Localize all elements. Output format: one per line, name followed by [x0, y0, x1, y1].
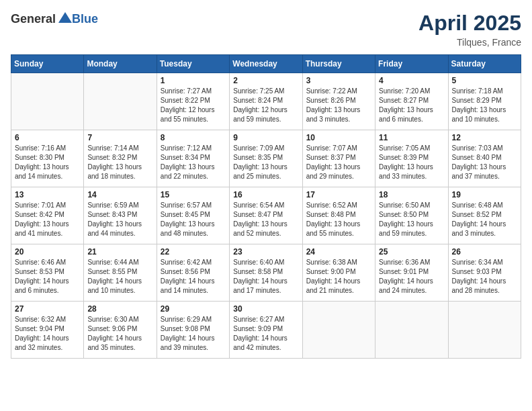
- day-number: 7: [87, 133, 152, 142]
- day-info: Sunrise: 6:34 AM Sunset: 9:03 PM Dayligh…: [452, 258, 517, 295]
- day-number: 3: [306, 76, 371, 85]
- day-number: 21: [87, 247, 152, 257]
- calendar-cell: 27Sunrise: 6:32 AM Sunset: 9:04 PM Dayli…: [11, 302, 84, 359]
- day-number: 9: [233, 133, 298, 142]
- page-header: General Blue April 2025 Tilques, France: [11, 11, 521, 48]
- day-info: Sunrise: 6:32 AM Sunset: 9:04 PM Dayligh…: [15, 315, 80, 353]
- day-number: 13: [15, 190, 80, 199]
- calendar-cell: 24Sunrise: 6:38 AM Sunset: 9:00 PM Dayli…: [302, 244, 375, 302]
- day-info: Sunrise: 7:05 AM Sunset: 8:39 PM Dayligh…: [379, 144, 444, 181]
- logo-blue: Blue: [72, 12, 98, 26]
- calendar-cell: [448, 302, 521, 359]
- logo-general: General: [11, 12, 56, 26]
- calendar-cell: 20Sunrise: 6:46 AM Sunset: 8:53 PM Dayli…: [11, 244, 84, 302]
- calendar-cell: 16Sunrise: 6:54 AM Sunset: 8:47 PM Dayli…: [230, 187, 302, 244]
- day-number: 27: [15, 304, 80, 314]
- day-number: 25: [379, 247, 444, 257]
- calendar-cell: 9Sunrise: 7:09 AM Sunset: 8:35 PM Daylig…: [230, 130, 302, 187]
- day-info: Sunrise: 7:12 AM Sunset: 8:34 PM Dayligh…: [161, 144, 226, 181]
- calendar-cell: 11Sunrise: 7:05 AM Sunset: 8:39 PM Dayli…: [375, 130, 448, 187]
- day-info: Sunrise: 7:27 AM Sunset: 8:22 PM Dayligh…: [161, 87, 226, 124]
- title-area: April 2025 Tilques, France: [418, 11, 521, 48]
- calendar-cell: 5Sunrise: 7:18 AM Sunset: 8:29 PM Daylig…: [448, 73, 521, 130]
- calendar-cell: 14Sunrise: 6:59 AM Sunset: 8:43 PM Dayli…: [84, 187, 157, 244]
- day-number: 22: [161, 247, 226, 257]
- calendar-cell: 8Sunrise: 7:12 AM Sunset: 8:34 PM Daylig…: [157, 130, 229, 187]
- day-number: 8: [161, 133, 226, 142]
- day-info: Sunrise: 6:57 AM Sunset: 8:45 PM Dayligh…: [161, 201, 226, 238]
- calendar-cell: 13Sunrise: 7:01 AM Sunset: 8:42 PM Dayli…: [11, 187, 84, 244]
- day-number: 29: [161, 304, 226, 314]
- day-info: Sunrise: 6:48 AM Sunset: 8:52 PM Dayligh…: [452, 201, 517, 238]
- day-number: 28: [87, 304, 152, 314]
- calendar-cell: 18Sunrise: 6:50 AM Sunset: 8:50 PM Dayli…: [375, 187, 448, 244]
- calendar-cell: 6Sunrise: 7:16 AM Sunset: 8:30 PM Daylig…: [11, 130, 84, 187]
- day-info: Sunrise: 7:18 AM Sunset: 8:29 PM Dayligh…: [452, 87, 517, 124]
- calendar-cell: 1Sunrise: 7:27 AM Sunset: 8:22 PM Daylig…: [157, 73, 229, 130]
- day-info: Sunrise: 6:42 AM Sunset: 8:56 PM Dayligh…: [161, 258, 226, 295]
- calendar-cell: 4Sunrise: 7:20 AM Sunset: 8:27 PM Daylig…: [375, 73, 448, 130]
- calendar-cell: 17Sunrise: 6:52 AM Sunset: 8:48 PM Dayli…: [302, 187, 375, 244]
- day-number: 10: [306, 133, 371, 142]
- day-number: 23: [233, 247, 298, 257]
- day-info: Sunrise: 7:14 AM Sunset: 8:32 PM Dayligh…: [87, 144, 152, 181]
- logo: General Blue: [11, 11, 98, 27]
- day-number: 2: [233, 76, 298, 85]
- calendar-cell: 26Sunrise: 6:34 AM Sunset: 9:03 PM Dayli…: [448, 244, 521, 302]
- calendar-cell: 23Sunrise: 6:40 AM Sunset: 8:58 PM Dayli…: [230, 244, 302, 302]
- weekday-header-saturday: Saturday: [448, 55, 521, 73]
- svg-marker-0: [58, 12, 72, 23]
- day-number: 24: [306, 247, 371, 257]
- calendar-cell: [375, 302, 448, 359]
- calendar-cell: [302, 302, 375, 359]
- day-info: Sunrise: 7:16 AM Sunset: 8:30 PM Dayligh…: [15, 144, 80, 181]
- calendar-cell: 21Sunrise: 6:44 AM Sunset: 8:55 PM Dayli…: [84, 244, 157, 302]
- calendar-cell: 2Sunrise: 7:25 AM Sunset: 8:24 PM Daylig…: [230, 73, 302, 130]
- calendar-cell: 10Sunrise: 7:07 AM Sunset: 8:37 PM Dayli…: [302, 130, 375, 187]
- calendar-cell: 3Sunrise: 7:22 AM Sunset: 8:26 PM Daylig…: [302, 73, 375, 130]
- day-info: Sunrise: 6:50 AM Sunset: 8:50 PM Dayligh…: [379, 201, 444, 238]
- day-number: 14: [87, 190, 152, 199]
- calendar-cell: 29Sunrise: 6:29 AM Sunset: 9:08 PM Dayli…: [157, 302, 229, 359]
- calendar-cell: [84, 73, 157, 130]
- day-info: Sunrise: 6:38 AM Sunset: 9:00 PM Dayligh…: [306, 258, 371, 295]
- weekday-header-tuesday: Tuesday: [157, 55, 229, 73]
- day-number: 30: [233, 304, 298, 314]
- calendar-cell: 28Sunrise: 6:30 AM Sunset: 9:06 PM Dayli…: [84, 302, 157, 359]
- calendar-cell: 19Sunrise: 6:48 AM Sunset: 8:52 PM Dayli…: [448, 187, 521, 244]
- calendar-cell: 7Sunrise: 7:14 AM Sunset: 8:32 PM Daylig…: [84, 130, 157, 187]
- month-title: April 2025: [418, 11, 521, 36]
- day-info: Sunrise: 6:46 AM Sunset: 8:53 PM Dayligh…: [15, 258, 80, 295]
- day-info: Sunrise: 6:36 AM Sunset: 9:01 PM Dayligh…: [379, 258, 444, 295]
- weekday-header-monday: Monday: [84, 55, 157, 73]
- day-number: 6: [15, 133, 80, 142]
- day-number: 18: [379, 190, 444, 199]
- day-info: Sunrise: 7:09 AM Sunset: 8:35 PM Dayligh…: [233, 144, 298, 181]
- day-info: Sunrise: 6:30 AM Sunset: 9:06 PM Dayligh…: [87, 315, 152, 353]
- calendar-cell: 25Sunrise: 6:36 AM Sunset: 9:01 PM Dayli…: [375, 244, 448, 302]
- day-info: Sunrise: 7:07 AM Sunset: 8:37 PM Dayligh…: [306, 144, 371, 181]
- day-number: 17: [306, 190, 371, 199]
- day-number: 12: [452, 133, 517, 142]
- weekday-header-friday: Friday: [375, 55, 448, 73]
- day-number: 15: [161, 190, 226, 199]
- location-title: Tilques, France: [418, 37, 521, 48]
- calendar-table: SundayMondayTuesdayWednesdayThursdayFrid…: [11, 54, 521, 359]
- day-info: Sunrise: 7:20 AM Sunset: 8:27 PM Dayligh…: [379, 87, 444, 124]
- calendar-cell: 15Sunrise: 6:57 AM Sunset: 8:45 PM Dayli…: [157, 187, 229, 244]
- day-number: 20: [15, 247, 80, 257]
- day-number: 26: [452, 247, 517, 257]
- day-number: 1: [161, 76, 226, 85]
- day-info: Sunrise: 6:44 AM Sunset: 8:55 PM Dayligh…: [87, 258, 152, 295]
- calendar-cell: 22Sunrise: 6:42 AM Sunset: 8:56 PM Dayli…: [157, 244, 229, 302]
- calendar-cell: 30Sunrise: 6:27 AM Sunset: 9:09 PM Dayli…: [230, 302, 302, 359]
- day-info: Sunrise: 6:59 AM Sunset: 8:43 PM Dayligh…: [87, 201, 152, 238]
- logo-icon: [57, 11, 73, 27]
- calendar-cell: [11, 73, 84, 130]
- day-info: Sunrise: 7:03 AM Sunset: 8:40 PM Dayligh…: [452, 144, 517, 181]
- day-number: 4: [379, 76, 444, 85]
- day-info: Sunrise: 6:27 AM Sunset: 9:09 PM Dayligh…: [233, 315, 298, 353]
- day-info: Sunrise: 7:22 AM Sunset: 8:26 PM Dayligh…: [306, 87, 371, 124]
- day-number: 5: [452, 76, 517, 85]
- weekday-header-wednesday: Wednesday: [230, 55, 302, 73]
